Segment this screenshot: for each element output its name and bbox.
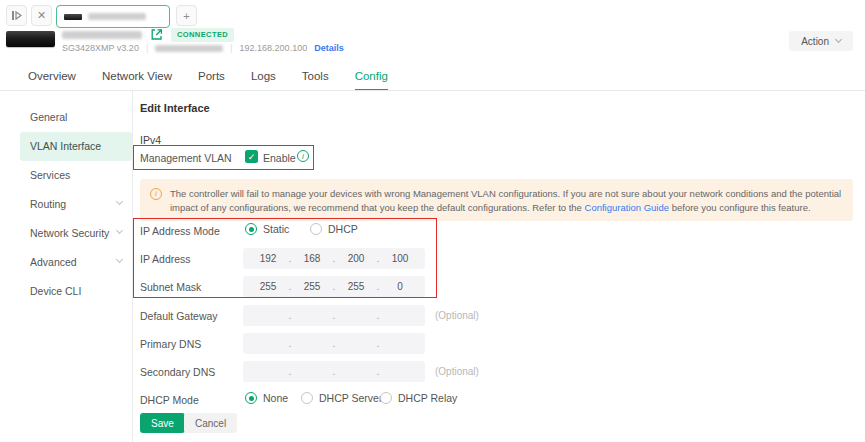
nav-divider xyxy=(0,90,865,91)
octet-dot: . xyxy=(374,310,382,321)
secondary-dns-label: Secondary DNS xyxy=(140,366,215,378)
plus-icon: + xyxy=(183,10,189,22)
sidebar-item-label: Device CLI xyxy=(30,285,81,297)
notice-text: The controller will fail to manage your … xyxy=(170,187,843,215)
sidebar-item-vlan-interface[interactable]: VLAN Interface xyxy=(20,132,132,161)
radio-dhcp[interactable] xyxy=(310,223,322,235)
sidebar-item-label: VLAN Interface xyxy=(30,140,101,152)
sidebar-item-label: Advanced xyxy=(30,256,77,268)
octet-dot: . xyxy=(330,281,338,292)
device-thumbnail xyxy=(64,14,82,20)
optional-hint: (Optional) xyxy=(435,310,479,321)
ip-mode-dhcp-option[interactable]: DHCP xyxy=(310,223,358,235)
octet-input[interactable]: 255 xyxy=(338,281,374,292)
meta-separator: | xyxy=(146,43,148,53)
radio-none[interactable] xyxy=(245,392,257,404)
tab-bar: ✕ + xyxy=(6,5,197,28)
radio-dhcp-relay[interactable] xyxy=(380,392,392,404)
device-ip: 192.168.200.100 xyxy=(240,43,308,53)
ip-address-input[interactable]: 192.168.200.100 xyxy=(243,248,425,269)
tab-overview[interactable]: Overview xyxy=(28,70,76,91)
subnet-mask-input[interactable]: 255.255.255.0 xyxy=(243,276,425,297)
action-dropdown-button[interactable]: Action xyxy=(789,31,853,51)
check-icon: ✓ xyxy=(248,152,256,162)
management-vlan-enable-checkbox[interactable]: ✓ xyxy=(245,150,258,163)
octet-input[interactable]: 168 xyxy=(294,253,330,264)
octet-dot: . xyxy=(286,338,294,349)
tab-logs[interactable]: Logs xyxy=(251,70,276,91)
info-glyph: i xyxy=(302,152,304,161)
octet-dot: . xyxy=(330,310,338,321)
device-tab-active[interactable] xyxy=(56,5,170,28)
device-model: SG3428XMP v3.20 xyxy=(62,43,139,53)
octet-dot: . xyxy=(330,338,338,349)
sidebar-item-services[interactable]: Services xyxy=(20,161,132,190)
octet-dot: . xyxy=(286,366,294,377)
info-glyph: i xyxy=(155,187,157,201)
device-title-row: CONNECTED xyxy=(62,28,234,42)
configuration-guide-link[interactable]: Configuration Guide xyxy=(585,202,670,213)
info-icon[interactable]: i xyxy=(297,150,309,162)
notice-banner: i The controller will fail to manage you… xyxy=(140,179,853,221)
default-gateway-label: Default Gateway xyxy=(140,310,218,322)
tab-tools[interactable]: Tools xyxy=(302,70,329,91)
dhcp-mode-server-option[interactable]: DHCP Server xyxy=(301,392,382,404)
device-config-page: ✕ + CONNECTED SG3428XMP v3.20 | | 192.16… xyxy=(0,0,865,442)
sidebar-item-device-cli[interactable]: Device CLI xyxy=(20,277,132,306)
cancel-button[interactable]: Cancel xyxy=(184,413,237,433)
octet-input[interactable]: 255 xyxy=(250,281,286,292)
octet-input[interactable]: 255 xyxy=(294,281,330,292)
sidebar-item-general[interactable]: General xyxy=(20,103,132,132)
warning-info-icon: i xyxy=(150,188,162,200)
radio-static[interactable] xyxy=(245,223,257,235)
primary-dns-label: Primary DNS xyxy=(140,338,201,350)
save-button[interactable]: Save xyxy=(140,413,185,433)
dhcp-mode-relay-option[interactable]: DHCP Relay xyxy=(380,392,457,404)
action-label: Action xyxy=(801,36,829,47)
octet-dot: . xyxy=(374,338,382,349)
enable-checkbox-label: Enable xyxy=(263,152,296,164)
octet-dot: . xyxy=(374,253,382,264)
dhcp-mode-none-option[interactable]: None xyxy=(245,392,288,404)
close-icon: ✕ xyxy=(37,9,46,22)
device-image xyxy=(6,31,55,47)
chevron-down-icon xyxy=(835,36,842,43)
sidebar-item-network-security[interactable]: Network Security xyxy=(20,219,132,248)
sidebar-item-advanced[interactable]: Advanced xyxy=(20,248,132,277)
close-tab-button[interactable]: ✕ xyxy=(31,5,52,26)
redacted-device-name xyxy=(62,31,142,39)
ip-mode-static-option[interactable]: Static xyxy=(245,223,289,235)
tab-config[interactable]: Config xyxy=(355,70,388,91)
radio-dhcp-server-label: DHCP Server xyxy=(319,392,382,404)
page-title: Edit Interface xyxy=(140,102,210,114)
optional-hint: (Optional) xyxy=(435,366,479,377)
redacted-tab-device-name xyxy=(88,13,146,20)
default-gateway-input[interactable]: ... xyxy=(243,305,425,326)
device-meta-row: SG3428XMP v3.20 | | 192.168.200.100 Deta… xyxy=(62,43,344,53)
tab-ports[interactable]: Ports xyxy=(198,70,225,91)
subnet-mask-label: Subnet Mask xyxy=(140,281,201,293)
octet-input[interactable]: 0 xyxy=(382,281,418,292)
octet-input[interactable]: 192 xyxy=(250,253,286,264)
ip-address-label: IP Address xyxy=(140,253,191,265)
octet-dot: . xyxy=(330,253,338,264)
radio-static-label: Static xyxy=(263,223,289,235)
radio-none-label: None xyxy=(263,392,288,404)
collapse-tab-list-button[interactable] xyxy=(6,5,27,26)
migrate-device-icon[interactable] xyxy=(150,28,163,41)
notice-text-after: before you configure this feature. xyxy=(669,202,811,213)
octet-input[interactable]: 200 xyxy=(338,253,374,264)
octet-input[interactable]: 100 xyxy=(382,253,418,264)
sidebar-item-routing[interactable]: Routing xyxy=(20,190,132,219)
tab-network-view[interactable]: Network View xyxy=(102,70,172,91)
primary-dns-input[interactable]: ... xyxy=(243,333,425,354)
octet-dot: . xyxy=(286,281,294,292)
add-tab-button[interactable]: + xyxy=(176,5,197,26)
octet-dot: . xyxy=(286,310,294,321)
details-link[interactable]: Details xyxy=(314,43,344,53)
management-vlan-label: Management VLAN xyxy=(140,152,232,164)
secondary-dns-input[interactable]: ... xyxy=(243,361,425,382)
sidebar-item-label: Routing xyxy=(30,198,66,210)
chevron-down-icon xyxy=(116,227,123,234)
radio-dhcp-server[interactable] xyxy=(301,392,313,404)
